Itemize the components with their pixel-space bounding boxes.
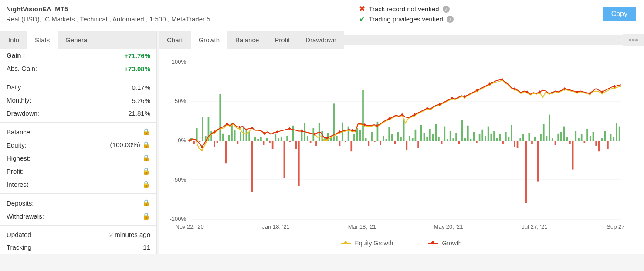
svg-rect-108 <box>458 141 460 144</box>
svg-rect-158 <box>604 131 606 141</box>
svg-rect-43 <box>269 141 271 143</box>
svg-rect-83 <box>386 139 387 141</box>
svg-rect-29 <box>228 135 230 141</box>
lock-icon: 🔒 <box>142 180 150 188</box>
svg-rect-78 <box>371 132 373 141</box>
svg-rect-57 <box>310 141 312 143</box>
ctab-profit[interactable]: Profit <box>267 31 298 49</box>
info-icon[interactable]: i <box>443 6 450 13</box>
more-icon[interactable]: ••• <box>623 34 644 46</box>
svg-text:May 20, '21: May 20, '21 <box>434 223 463 230</box>
svg-rect-109 <box>461 120 463 141</box>
svg-rect-42 <box>266 138 268 141</box>
svg-rect-133 <box>531 141 533 144</box>
daily-value: 0.17% <box>132 84 150 91</box>
svg-rect-35 <box>246 130 247 141</box>
svg-rect-113 <box>473 132 475 141</box>
chart-panel: Chart Growth Balance Profit Drawdown •••… <box>159 31 644 254</box>
svg-rect-97 <box>426 137 428 141</box>
profit-label: Profit: <box>7 168 24 175</box>
svg-rect-94 <box>417 141 419 148</box>
svg-rect-99 <box>432 134 434 141</box>
svg-rect-139 <box>549 115 550 141</box>
svg-rect-20 <box>202 117 203 141</box>
svg-text:0%: 0% <box>178 137 186 144</box>
svg-text:50%: 50% <box>175 98 186 104</box>
svg-rect-152 <box>586 129 588 141</box>
svg-rect-102 <box>441 141 443 144</box>
lock-icon: 🔒 <box>142 154 150 162</box>
svg-rect-150 <box>581 134 583 141</box>
svg-rect-121 <box>496 138 498 141</box>
svg-text:Jul 27, '21: Jul 27, '21 <box>522 223 548 230</box>
svg-rect-93 <box>415 130 417 141</box>
svg-text:-100%: -100% <box>169 216 186 222</box>
growth-chart[interactable]: -100%-50%0%50%100%Nov 22, '20Jan 18, '21… <box>163 58 625 232</box>
svg-rect-107 <box>455 133 457 141</box>
copy-button[interactable]: Copy <box>603 7 636 21</box>
svg-rect-137 <box>543 124 545 141</box>
info-icon[interactable]: i <box>447 16 454 23</box>
svg-rect-112 <box>470 139 472 141</box>
svg-rect-146 <box>569 141 571 144</box>
legend-growth[interactable]: Growth <box>428 240 461 247</box>
tab-stats[interactable]: Stats <box>27 31 58 49</box>
ctab-chart[interactable]: Chart <box>159 31 191 49</box>
ctab-growth[interactable]: Growth <box>191 31 227 49</box>
svg-rect-66 <box>336 136 338 141</box>
svg-rect-76 <box>365 138 367 141</box>
account-title: NightVisionEA_MT5 <box>6 5 210 13</box>
svg-rect-207 <box>288 127 291 130</box>
svg-rect-136 <box>540 134 542 141</box>
svg-rect-86 <box>394 141 396 144</box>
svg-text:Jan 18, '21: Jan 18, '21 <box>262 223 289 230</box>
svg-rect-33 <box>240 132 241 141</box>
svg-rect-98 <box>429 129 431 141</box>
svg-rect-105 <box>450 131 451 141</box>
svg-rect-161 <box>613 137 614 141</box>
svg-rect-147 <box>572 141 574 170</box>
svg-rect-88 <box>400 137 402 141</box>
svg-rect-84 <box>388 127 390 141</box>
tab-general[interactable]: General <box>58 31 96 49</box>
svg-rect-160 <box>610 134 612 141</box>
broker-link[interactable]: IC Markets <box>43 15 75 23</box>
svg-rect-52 <box>295 141 297 149</box>
drawdown-value: 21.81% <box>128 110 150 117</box>
svg-rect-23 <box>210 131 212 141</box>
svg-rect-46 <box>278 138 279 141</box>
svg-rect-18 <box>196 128 198 141</box>
svg-rect-39 <box>257 139 259 141</box>
svg-rect-32 <box>237 141 239 144</box>
svg-rect-72 <box>353 134 355 141</box>
lock-icon: 🔒 <box>142 128 150 136</box>
svg-rect-155 <box>595 141 597 146</box>
legend-equity[interactable]: Equity Growth <box>341 240 393 247</box>
equity-value: (100.00%) <box>110 141 140 148</box>
svg-rect-44 <box>272 141 274 149</box>
svg-rect-25 <box>217 141 218 143</box>
withdrawals-label: Withdrawals: <box>7 213 44 220</box>
account-subtitle: Real (USD), IC Markets , Technical , Aut… <box>6 15 210 23</box>
svg-rect-122 <box>499 134 501 141</box>
svg-rect-123 <box>502 141 504 144</box>
svg-rect-151 <box>584 141 586 143</box>
svg-rect-50 <box>289 141 291 142</box>
svg-rect-117 <box>485 136 486 141</box>
ctab-drawdown[interactable]: Drawdown <box>298 31 344 49</box>
svg-rect-120 <box>493 131 495 141</box>
svg-rect-142 <box>557 134 559 141</box>
ctab-balance[interactable]: Balance <box>227 31 267 49</box>
svg-rect-128 <box>517 141 519 148</box>
svg-rect-95 <box>420 125 422 141</box>
svg-rect-91 <box>409 136 410 141</box>
highest-label: Highest: <box>7 154 31 162</box>
tab-info[interactable]: Info <box>0 31 27 49</box>
monthly-value: 5.26% <box>132 97 150 104</box>
svg-rect-153 <box>590 136 591 141</box>
svg-rect-111 <box>467 126 469 141</box>
svg-rect-41 <box>263 141 265 145</box>
svg-rect-125 <box>508 137 510 141</box>
svg-rect-131 <box>525 141 527 203</box>
svg-rect-129 <box>519 138 521 141</box>
